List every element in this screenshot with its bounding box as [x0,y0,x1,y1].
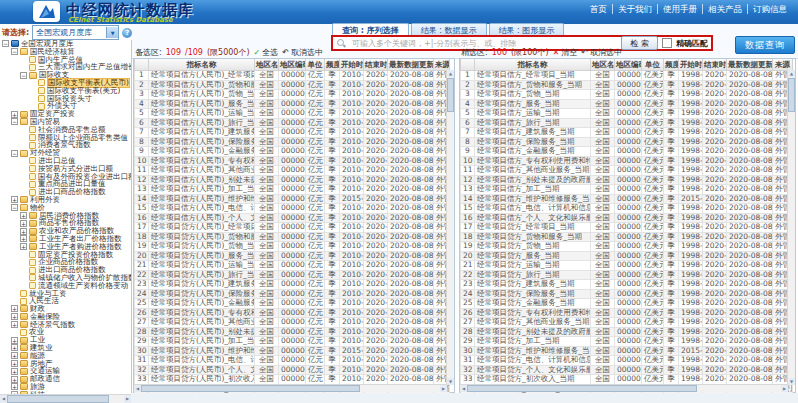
expand-icon[interactable]: + [11,321,18,328]
scroll-up-icon[interactable]: ▲ [447,70,454,77]
column-header[interactable]: 结束时间 [703,59,727,71]
sidebar-horizontal-scrollbar[interactable]: ◀▶ [0,394,131,403]
table-row[interactable]: 14经常项目借方_维护和维修服务_当期全国000000亿美元季2015-0320… [461,194,793,204]
table-row[interactable]: 18经常项目贷方(人民币)_货物和服务_当期全国000000亿元季2010-03… [135,232,450,242]
table-row[interactable]: 19经常项目贷方_货物_当期全国000000亿美元季1998-032020-06… [461,242,793,252]
expand-icon[interactable]: + [11,360,18,367]
tree-item[interactable]: 三大需求对国内生产总值增长拉动 [0,63,131,71]
column-header[interactable]: 指标名称 [149,59,255,71]
column-header[interactable]: 最新数据更新时间 [388,59,434,71]
tree-item[interactable]: +工业 [0,336,131,344]
tree-item[interactable]: +工业生产者出厂价格指数 [0,235,131,243]
tree-item[interactable]: 限额以上企业商品零售类值 [0,134,131,142]
column-header[interactable]: 来源 [434,59,450,71]
table-row[interactable]: 25经常项目贷方_金融服务_当期全国000000亿美元季1998-032020-… [461,299,793,309]
collapse-icon[interactable] [20,181,27,188]
table-row[interactable]: 33经常项目贷方_初次收入_当期全国000000亿美元季1998-032020-… [461,375,793,385]
tree-item[interactable]: −全国宏观月度库 [0,40,131,48]
table-row[interactable]: 18经常项目贷方_货物和服务_当期全国000000亿美元季1998-032020… [461,232,793,242]
column-header[interactable]: 开始时间 [340,59,364,71]
table-row[interactable]: 27经常项目贷方(人民币)_其他商业服务_当期全国000000亿元季2010-0… [135,318,450,328]
table-row[interactable]: 21经常项目贷方_运输_当期全国000000亿美元季1998-032020-06… [461,261,793,271]
tree-item[interactable]: +交通运输 [0,367,131,375]
tree-item[interactable]: +居民消费价格指数 [0,212,131,220]
table-row[interactable]: 31经常项目贷方(人民币)_电信、计算机和信息服务_当期全国000000亿元季2… [135,356,450,366]
collapse-icon[interactable] [20,189,27,196]
tree-item[interactable]: 国际收支平衡表(人民币) [0,79,131,87]
tree-item[interactable]: 城镇储户收入与物价扩散指数 [0,274,131,282]
table-row[interactable]: 29经常项目贷方_加工_当期全国000000亿美元季1998-032020-06… [461,337,793,347]
collapse-icon[interactable] [11,298,18,305]
tree-item[interactable]: +财政 [0,305,131,313]
expand-icon[interactable]: + [11,383,18,390]
table-row[interactable]: 26经常项目贷方(人民币)_专有权利使用费和特许费_当期全国000000亿元季2… [135,308,450,318]
table-row[interactable]: 32经常项目贷方(人民币)_个人、文化和娱乐服务_当期全国000000亿元季20… [135,365,450,375]
table-row[interactable]: 11经常项目借方_其他商业服务_当期全国000000亿美元季1998-03202… [461,166,793,176]
nav-link-order[interactable]: 订购信息 [747,4,792,14]
collapse-icon[interactable] [29,103,36,110]
table-row[interactable]: 15经常项目借方(人民币)_电信、计算机和信息服务_当期全国000000亿元季2… [135,204,450,214]
tree-item[interactable]: 进出口商品价格指数 [0,188,131,196]
chevron-down-icon[interactable]: ▼ [106,27,118,38]
scrollbar-thumb[interactable] [467,385,697,392]
table-row[interactable]: 19经常项目贷方(人民币)_货物_当期全国000000亿元季2010-03202… [135,242,450,252]
table-row[interactable]: 30经常项目贷方_维护和维修服务_当期全国000000亿美元季2015-0320… [461,346,793,356]
table-row[interactable]: 12经常项目借方(人民币)_别处未提及的政府服务_当期全国000000亿元季20… [135,175,450,185]
scroll-down-icon[interactable]: ▼ [788,378,795,385]
tree-item[interactable]: +农业和农产品价格指数 [0,227,131,235]
cancel-selection-button-right[interactable]: ↶取消选中 [581,47,622,58]
expand-icon[interactable]: + [11,376,18,383]
tree-item[interactable]: 消费者景气指数 [0,141,131,149]
nav-link-about[interactable]: 关于我们 [612,4,657,14]
table-row[interactable]: 29经常项目贷方(人民币)_加工_当期全国000000亿元季2010-03202… [135,337,450,347]
tree-item[interactable]: 国际收支平衡表(美元) [0,87,131,95]
vertical-scrollbar[interactable]: ▲▼ [446,70,454,385]
tree-item[interactable]: +能源 [0,352,131,360]
tree-item[interactable]: 人民生活 [0,297,131,305]
scroll-left-icon[interactable]: ◀ [460,385,467,392]
scroll-right-icon[interactable]: ▶ [440,385,447,392]
collapse-icon[interactable] [20,126,27,133]
column-header[interactable]: 地区名称 [591,59,615,71]
collapse-icon[interactable] [20,56,27,63]
table-row[interactable]: 27经常项目贷方_其他商业服务_当期全国000000亿美元季1998-03202… [461,318,793,328]
expand-icon[interactable]: + [11,111,18,118]
table-row[interactable]: 14经常项目借方(人民币)_维护和维修服务_当期全国000000亿元季2015-… [135,194,450,204]
scroll-down-icon[interactable]: ▼ [447,378,454,385]
table-row[interactable]: 6经常项目借方(人民币)_旅行_当期全国000000亿元季2010-032020… [135,118,450,128]
tree-item[interactable]: +金融保险 [0,313,131,321]
tree-item[interactable]: 企业商品价格指数 [0,258,131,266]
table-row[interactable]: 10经常项目借方_专有权利使用费和特许费_当期全国000000亿美元季1998-… [461,156,793,166]
table-row[interactable]: 24经常项目贷方_保险服务_当期全国000000亿美元季1998-032020-… [461,289,793,299]
tree-item[interactable]: +经济景气指数 [0,321,131,329]
expand-icon[interactable]: + [20,235,27,242]
table-row[interactable]: 3经常项目借方(人民币)_货物_当期全国000000亿元季2010-032020… [135,90,450,100]
table-row[interactable]: 7经常项目借方_建筑服务_当期全国000000亿美元季1998-032020-0… [461,128,793,138]
tree-item[interactable]: 国际投资头寸 [0,95,131,103]
expand-icon[interactable]: + [20,220,27,227]
tree-item[interactable]: 国有及外商投资企业进出口额 [0,173,131,181]
tree-item[interactable]: +邮政通信 [0,375,131,383]
tree-item[interactable]: 就业与工资 [0,290,131,298]
collapse-icon[interactable] [20,173,27,180]
table-row[interactable]: 6经常项目借方_旅行_当期全国000000亿美元季1998-032020-062… [461,118,793,128]
nav-link-manual[interactable]: 使用手册 [657,4,702,14]
scroll-left-icon[interactable]: ◀ [134,385,141,392]
table-row[interactable]: 16经常项目借方_个人、文化和娱乐服务_当期全国000000亿美元季1998-0… [461,213,793,223]
scrollbar-thumb[interactable] [788,78,795,112]
column-header[interactable]: 结束时间 [364,59,388,71]
table-row[interactable]: 33经常项目贷方(人民币)_初次收入_当期全国000000亿元季2010-032… [135,375,450,385]
table-row[interactable]: 11经常项目借方(人民币)_其他商业服务_当期全国000000亿元季2010-0… [135,166,450,176]
collapse-icon[interactable] [20,64,27,71]
table-row[interactable]: 26经常项目贷方_专有权利使用费和特许费_当期全国000000亿美元季1998-… [461,308,793,318]
column-header[interactable]: 单位 [306,59,325,71]
collapse-icon[interactable] [20,165,27,172]
table-row[interactable]: 7经常项目借方(人民币)_建筑服务_当期全国000000亿元季2010-0320… [135,128,450,138]
collapse-icon[interactable]: − [11,150,18,157]
collapse-icon[interactable] [20,267,27,274]
collapse-icon[interactable] [29,87,36,94]
expand-icon[interactable]: + [11,313,18,320]
column-header[interactable]: 地区编码 [279,59,306,71]
expand-icon[interactable]: + [20,243,27,250]
nav-link-home[interactable]: 首页 [585,4,612,14]
